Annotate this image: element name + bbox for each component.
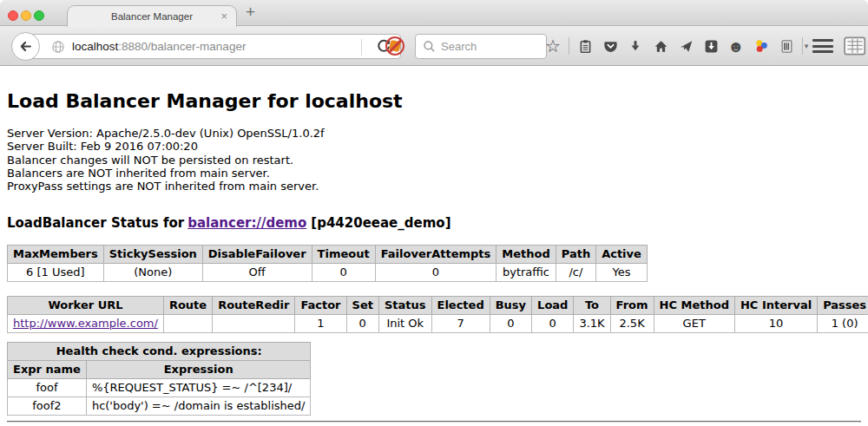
- col-active: Active: [596, 246, 648, 264]
- col-hc-interval: HC Interval: [734, 297, 817, 315]
- table-header-row: MaxMembers StickySession DisableFailover…: [8, 246, 648, 264]
- menu-hamburger-icon[interactable]: [812, 39, 833, 53]
- balancer-demo-link[interactable]: balancer://demo: [187, 215, 306, 231]
- download-icon[interactable]: [626, 33, 645, 59]
- col-expr-name: Expr name: [8, 361, 87, 379]
- col-status: Status: [378, 297, 431, 315]
- home-icon[interactable]: [651, 33, 670, 59]
- balancer-status-heading: LoadBalancer Status forbalancer://demo[p…: [7, 215, 861, 231]
- cell-expr-name: foof2: [8, 397, 87, 416]
- col-maxmembers: MaxMembers: [8, 246, 104, 264]
- colored-dots-icon[interactable]: [752, 33, 771, 59]
- col-busy: Busy: [490, 297, 531, 315]
- tab-title: Balancer Manager: [111, 11, 193, 22]
- toolbar-divider-right: [802, 37, 803, 55]
- health-row: foof %{REQUEST_STATUS} =~ /^[234]/: [8, 379, 311, 397]
- back-button[interactable]: [11, 32, 40, 61]
- col-timeout: Timeout: [312, 246, 375, 264]
- close-window-button[interactable]: [8, 10, 18, 21]
- cell-active: Yes: [596, 264, 648, 282]
- col-to: To: [574, 297, 610, 315]
- worker-url-link[interactable]: http://www.example.com/: [13, 317, 158, 330]
- col-set: Set: [346, 297, 378, 315]
- worker-table: Worker URL Route RouteRedir Factor Set S…: [7, 296, 868, 333]
- cell-failoverattempts: 0: [375, 264, 496, 282]
- col-routeredir: RouteRedir: [213, 297, 295, 315]
- server-built-line: Server Built: Feb 9 2016 07:00:20: [7, 140, 861, 153]
- new-tab-button[interactable]: +: [246, 3, 255, 22]
- health-check-table: Health check cond. expressions: Expr nam…: [7, 342, 311, 416]
- url-path: :8880/balancer-manager: [118, 40, 246, 53]
- cell-set: 0: [346, 315, 378, 333]
- col-hc-method: HC Method: [654, 297, 734, 315]
- cell-expression: %{REQUEST_STATUS} =~ /^[234]/: [86, 379, 311, 397]
- cell-routeredir: [213, 315, 295, 333]
- tab-close-icon[interactable]: ×: [220, 10, 227, 23]
- cell-hc-interval: 10: [734, 315, 817, 333]
- sidebar-grid-icon[interactable]: [844, 36, 866, 56]
- table-header-row: Worker URL Route RouteRedir Factor Set S…: [8, 297, 868, 315]
- cell-factor: 1: [295, 315, 346, 333]
- url-text: localhost:8880/balancer-manager: [72, 40, 246, 53]
- col-load: Load: [532, 297, 574, 315]
- col-elected: Elected: [431, 297, 490, 315]
- cell-expr-name: foof: [8, 379, 87, 397]
- col-factor: Factor: [295, 297, 346, 315]
- col-method: Method: [496, 246, 556, 264]
- server-version-line: Server Version: Apache/2.5.0-dev (Unix) …: [7, 127, 861, 140]
- page-title: Load Balancer Manager for localhost: [7, 90, 861, 112]
- chevron-down-icon[interactable]: ▾: [802, 33, 811, 59]
- server-info: Server Version: Apache/2.5.0-dev (Unix) …: [7, 127, 861, 193]
- cell-path: /c/: [556, 264, 595, 282]
- search-box[interactable]: [415, 34, 547, 59]
- col-from: From: [610, 297, 654, 315]
- cell-status: Init Ok: [378, 315, 431, 333]
- col-failoverattempts: FailoverAttempts: [375, 246, 496, 264]
- minimize-window-button[interactable]: [21, 10, 31, 21]
- cell-maxmembers: 6 [1 Used]: [8, 264, 104, 282]
- titlebar: Balancer Manager × +: [0, 0, 868, 26]
- health-row: foof2 hc('body') =~ /domain is establish…: [8, 397, 311, 416]
- cell-method: bytraffic: [496, 264, 556, 282]
- clipboard-icon[interactable]: [575, 33, 595, 59]
- cell-worker-url: http://www.example.com/: [8, 315, 164, 333]
- flashblock-icon[interactable]: [385, 36, 405, 56]
- table-row: 6 [1 Used] (None) Off 0 0 bytraffic /c/ …: [8, 264, 648, 282]
- toolbar-divider: [569, 37, 569, 55]
- bookmark-star-icon[interactable]: ☆: [543, 33, 562, 59]
- back-arrow-icon: [18, 39, 33, 54]
- cell-route: [163, 315, 212, 333]
- cell-disablefailover: Off: [202, 264, 312, 282]
- col-disablefailover: DisableFailover: [202, 246, 312, 264]
- cell-hc-method: GET: [654, 315, 734, 333]
- balancer-settings-table: MaxMembers StickySession DisableFailover…: [7, 245, 648, 282]
- col-path: Path: [556, 246, 595, 264]
- send-plane-icon[interactable]: [676, 33, 695, 59]
- col-worker-url: Worker URL: [8, 297, 164, 315]
- heading-suffix: [p4420eeae_demo]: [311, 215, 450, 231]
- zoom-window-button[interactable]: [34, 10, 44, 21]
- cell-to: 3.1K: [574, 315, 610, 333]
- persist-notice-line: Balancer changes will NOT be persisted o…: [7, 154, 861, 167]
- proxypass-notice-line: ProxyPass settings are NOT inherited fro…: [7, 180, 861, 193]
- col-passes: Passes: [818, 297, 868, 315]
- tab-balancer-manager[interactable]: Balancer Manager ×: [67, 5, 237, 27]
- search-input[interactable]: [441, 40, 539, 53]
- health-title-row: Health check cond. expressions:: [8, 343, 311, 361]
- download-box-icon[interactable]: [701, 33, 720, 59]
- cell-elected: 7: [431, 315, 490, 333]
- heading-prefix: LoadBalancer Status for: [7, 215, 184, 231]
- table-header-row: Expr name Expression: [8, 361, 311, 379]
- health-table-title: Health check cond. expressions:: [8, 343, 311, 361]
- page-content: Load Balancer Manager for localhost Serv…: [0, 67, 868, 426]
- smiley-icon[interactable]: ☻: [727, 33, 746, 59]
- bottom-divider: [7, 421, 861, 423]
- cell-passes: 1 (0): [818, 315, 868, 333]
- url-host: localhost: [72, 40, 118, 53]
- col-stickysession: StickySession: [103, 246, 202, 264]
- archive-container-icon[interactable]: [777, 33, 796, 59]
- url-bar[interactable]: localhost:8880/balancer-manager: [26, 34, 401, 59]
- col-route: Route: [163, 297, 212, 315]
- pocket-icon[interactable]: [601, 33, 620, 59]
- cell-expression: hc('body') =~ /domain is established/: [86, 397, 311, 416]
